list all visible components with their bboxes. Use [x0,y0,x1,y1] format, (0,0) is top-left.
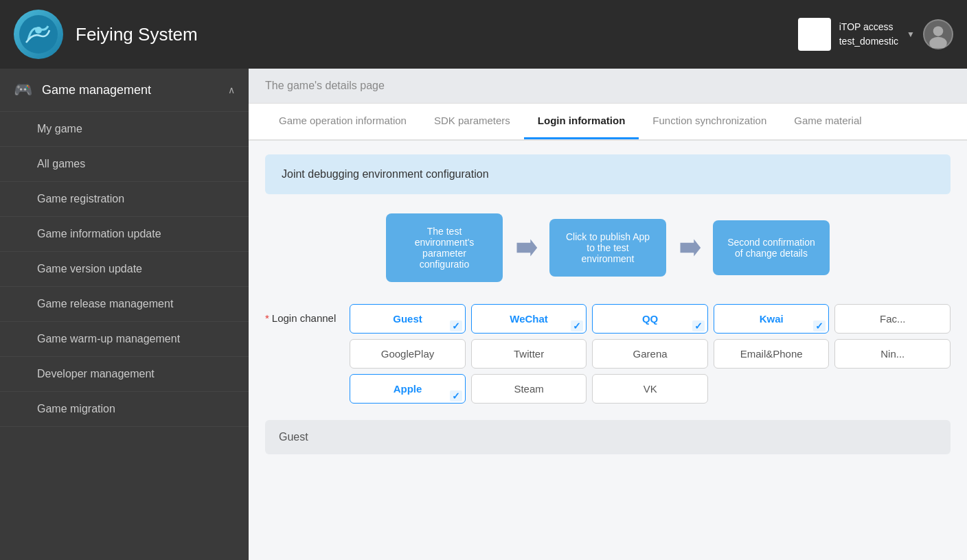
channel-twitter[interactable]: Twitter [471,339,587,369]
sidebar-section-label: Game management [42,83,151,97]
banner-text: Joint debugging environment configuratio… [282,168,489,180]
step-2-box[interactable]: Click to publish App to the test environ… [549,219,666,277]
tab-login-information[interactable]: Login information [524,104,639,139]
main-content: The game's details page Game operation i… [249,69,967,560]
tab-sdk-parameters[interactable]: SDK parameters [420,104,524,139]
page-header: The game's details page [249,69,967,104]
channel-grid: Guest WeChat QQ Kwai Fac... [350,304,951,404]
sidebar-item-developer-management[interactable]: Developer management [0,357,249,392]
channel-apple[interactable]: Apple [350,374,466,404]
chevron-up-icon: ∧ [228,84,235,95]
header-white-box [798,18,831,51]
content-area: Joint debugging environment configuratio… [249,141,967,560]
sidebar-item-game-warmup-management[interactable]: Game warm-up management [0,322,249,357]
channel-googleplay[interactable]: GooglePlay [350,339,466,369]
tab-game-material[interactable]: Game material [780,104,875,139]
sidebar: 🎮 Game management ∧ My game All games Ga… [0,69,249,560]
arrow-1-icon [514,235,538,260]
gamepad-icon: 🎮 [14,81,32,99]
channel-guest[interactable]: Guest [350,304,466,334]
header-right: iTOP access test_domestic ▼ [798,18,953,51]
sidebar-item-game-information-update[interactable]: Game information update [0,217,249,252]
guest-section-label: Guest [279,431,308,443]
channel-emailphone[interactable]: Email&Phone [714,339,830,369]
step-1-box[interactable]: The test environment's parameter configu… [386,213,503,282]
sidebar-item-game-version-update[interactable]: Game version update [0,252,249,287]
tabs-bar: Game operation information SDK parameter… [249,104,967,141]
sidebar-item-game-registration[interactable]: Game registration [0,182,249,217]
app-title: Feiying System [76,24,798,45]
sidebar-item-all-games[interactable]: All games [0,147,249,182]
arrow-2-icon [677,235,702,260]
required-star: * [265,312,269,324]
svg-point-0 [19,15,58,54]
sidebar-item-game-migration[interactable]: Game migration [0,392,249,427]
sidebar-section-game-management[interactable]: 🎮 Game management ∧ [0,69,249,112]
user-label: test_domestic [839,34,898,49]
sidebar-item-my-game[interactable]: My game [0,112,249,147]
steps-flow: The test environment's parameter configu… [265,213,951,282]
svg-marker-5 [517,239,538,256]
svg-point-3 [933,26,944,36]
channel-vk[interactable]: VK [592,374,708,404]
avatar[interactable] [923,19,953,49]
header-user-info: iTOP access test_domestic [839,20,898,49]
channel-garena[interactable]: Garena [592,339,708,369]
sidebar-item-game-release-management[interactable]: Game release management [0,287,249,322]
tab-game-operation-info[interactable]: Game operation information [265,104,420,139]
breadcrumb: The game's details page [265,80,385,91]
channel-kwai[interactable]: Kwai [714,304,830,334]
tab-function-synchronization[interactable]: Function synchronization [639,104,780,139]
channel-facebook[interactable]: Fac... [834,304,951,334]
step-3-box[interactable]: Second confirmation of change details [713,220,830,275]
blue-banner: Joint debugging environment configuratio… [265,154,951,194]
app-logo [14,10,63,59]
access-label: iTOP access [839,20,898,34]
app-header: Feiying System iTOP access test_domestic… [0,0,967,69]
guest-section: Guest [265,420,951,454]
svg-point-1 [35,27,42,34]
header-dropdown-icon[interactable]: ▼ [907,30,915,39]
channel-nin[interactable]: Nin... [834,339,951,369]
login-channel-section: * Login channel Guest WeChat QQ Kwai [265,304,951,404]
login-channel-label: * Login channel [265,304,336,324]
channel-wechat[interactable]: WeChat [471,304,587,334]
channel-steam[interactable]: Steam [471,374,587,404]
svg-marker-6 [681,239,701,256]
channel-qq[interactable]: QQ [592,304,708,334]
